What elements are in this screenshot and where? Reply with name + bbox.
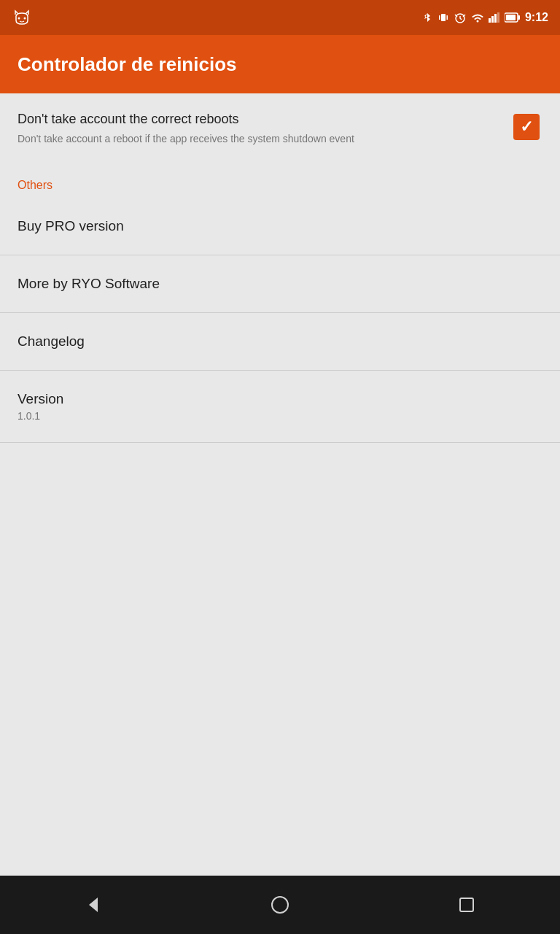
page-title: Controlador de reinicios (18, 53, 237, 76)
setting-subtitle: Don't take account a reboot if the app r… (18, 132, 499, 147)
bluetooth-icon (421, 12, 433, 23)
list-item-changelog-title: Changelog (18, 333, 542, 350)
nav-bar (0, 876, 560, 934)
svg-marker-13 (89, 898, 98, 912)
checkmark-icon: ✓ (520, 119, 533, 135)
list-item-buy-pro-title: Buy PRO version (18, 218, 542, 234)
list-item-version: Version 1.0.1 (0, 371, 560, 443)
toolbar: Controlador de reinicios (0, 35, 560, 93)
home-icon (270, 895, 290, 915)
main-content: Don't take account the correct reboots D… (0, 93, 560, 876)
alarm-icon (454, 12, 467, 23)
section-header-others: Others (0, 164, 560, 198)
svg-rect-8 (494, 14, 497, 23)
battery-icon (505, 12, 521, 23)
status-icons: 9:12 (421, 11, 548, 24)
status-bar: 9:12 (0, 0, 560, 35)
checkbox-checked[interactable]: ✓ (513, 114, 540, 140)
list-item-more-ryo[interactable]: More by RYO Software (0, 255, 560, 313)
nav-home-button[interactable] (258, 883, 302, 927)
svg-rect-6 (489, 18, 491, 23)
wifi-icon (471, 12, 484, 23)
setting-title: Don't take account the correct reboots (18, 111, 499, 128)
svg-point-0 (18, 18, 20, 20)
svg-rect-9 (497, 12, 499, 23)
svg-point-14 (272, 897, 288, 913)
status-bar-left (12, 7, 32, 28)
app-status-icon (12, 7, 32, 28)
svg-rect-3 (439, 15, 440, 20)
list-item-version-title: Version (18, 391, 542, 407)
setting-text: Don't take account the correct reboots D… (18, 111, 510, 147)
svg-rect-12 (518, 15, 520, 20)
status-time: 9:12 (525, 11, 548, 24)
nav-recents-button[interactable] (445, 883, 489, 927)
setting-correct-reboots[interactable]: Don't take account the correct reboots D… (0, 93, 560, 164)
recents-icon (456, 895, 477, 915)
signal-icon (489, 12, 500, 23)
svg-rect-15 (460, 898, 473, 911)
list-item-version-number: 1.0.1 (18, 410, 542, 422)
list-item-more-ryo-title: More by RYO Software (18, 276, 542, 292)
svg-rect-4 (446, 15, 448, 20)
vibrate-icon (438, 12, 449, 23)
checkbox-container[interactable]: ✓ (510, 111, 542, 143)
back-icon (83, 895, 104, 915)
svg-rect-7 (491, 16, 494, 23)
svg-rect-2 (441, 14, 446, 21)
list-item-buy-pro[interactable]: Buy PRO version (0, 198, 560, 255)
svg-rect-11 (506, 15, 516, 20)
nav-back-button[interactable] (71, 883, 115, 927)
list-item-changelog[interactable]: Changelog (0, 313, 560, 371)
svg-point-1 (24, 18, 26, 20)
